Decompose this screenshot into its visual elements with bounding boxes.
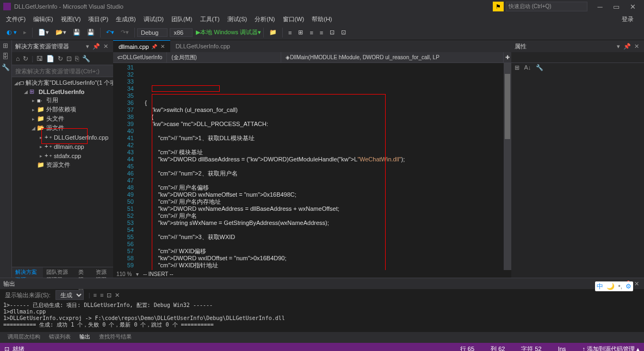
rail-server-icon[interactable]: 🗄 xyxy=(0,51,11,62)
ime-zh-icon[interactable]: 中 xyxy=(595,281,605,291)
tab-find[interactable]: 查找符号结果 xyxy=(95,332,136,343)
tab-class[interactable]: 类视图 xyxy=(75,267,92,278)
tab-errors[interactable]: 错误列表 xyxy=(45,332,75,343)
solution-root[interactable]: ◢🏷解决方案"DLLGetUserInfo"(1 个项目) xyxy=(12,78,113,87)
vertical-scrollbar[interactable] xyxy=(504,63,511,270)
file-stdafx[interactable]: ▸+﹢stdafx.cpp xyxy=(12,151,113,160)
out-tool-1[interactable]: ≡ xyxy=(92,292,98,298)
external-deps-node[interactable]: ▸📁外部依赖项 xyxy=(12,105,113,114)
rail-data-icon[interactable]: ⊞ xyxy=(0,40,11,51)
output-src-dropdown[interactable]: 生成 xyxy=(55,290,84,300)
tool-icon-2[interactable]: 📄 xyxy=(45,55,56,62)
rail-toolbox-icon[interactable]: 🔧 xyxy=(0,62,11,73)
nav-scope[interactable]: (全局范围) xyxy=(167,52,281,62)
tab-close-icon[interactable]: ✕ xyxy=(160,43,165,49)
menu-test[interactable]: 测试(S) xyxy=(224,14,251,24)
maximize-button[interactable]: ▭ xyxy=(608,1,624,12)
sync-icon[interactable]: ↻ xyxy=(21,55,30,62)
solution-search-input[interactable] xyxy=(12,65,113,77)
code-body[interactable]: { "kw">switch (ul_reason_for_call) { "kw… xyxy=(138,63,504,270)
pin-icon[interactable]: 📌 xyxy=(151,44,157,49)
zoom-level[interactable]: 110 % xyxy=(116,271,132,277)
tool-icon-3[interactable]: ↻ xyxy=(56,55,65,62)
resources-node[interactable]: 📁资源文件 xyxy=(12,160,113,170)
panel-close-icon[interactable]: ✕ xyxy=(102,43,110,50)
save-all-button[interactable]: 💾 xyxy=(85,28,97,37)
out-tool-4[interactable]: ✕ xyxy=(113,292,121,299)
tab-getuserinfo[interactable]: DLLGetUserInfo.cpp xyxy=(170,40,236,52)
props-page-icon[interactable]: 🔧 xyxy=(536,64,543,71)
tab-resource[interactable]: 资源视图 xyxy=(92,267,114,278)
props-close-icon[interactable]: ✕ xyxy=(633,43,641,50)
menu-analyze[interactable]: 分析(N) xyxy=(251,14,278,24)
props-pin-icon[interactable]: 📌 xyxy=(622,43,633,50)
menu-project[interactable]: 项目(P) xyxy=(84,14,112,24)
out-close-icon[interactable]: ✕ xyxy=(633,280,641,287)
tb-icon-6[interactable]: ⊡ xyxy=(327,28,337,37)
tb-icon-4[interactable]: ≡ xyxy=(307,28,315,37)
menu-view[interactable]: 视图(V) xyxy=(57,14,85,24)
signin-link[interactable]: 登录 xyxy=(618,14,637,24)
tb-icon-3[interactable]: ⊞ xyxy=(296,28,305,37)
props-sort-icon[interactable]: A↓ xyxy=(524,64,531,71)
notification-flag-icon[interactable]: ⚑ xyxy=(493,2,504,11)
ime-moon-icon[interactable]: 🌙 xyxy=(605,281,616,291)
tool-icon-1[interactable]: 🖫 xyxy=(35,55,45,62)
quick-launch-input[interactable]: 快速启动 (Ctrl+Q) xyxy=(506,2,587,11)
tb-icon-2[interactable]: ≡ xyxy=(286,28,294,37)
references-node[interactable]: ▸■·引用 xyxy=(12,96,113,105)
menu-window[interactable]: 窗口(W) xyxy=(279,14,308,24)
open-button[interactable]: 📂▾ xyxy=(53,28,69,37)
tab-dllmain[interactable]: dllmain.cpp📌✕ xyxy=(113,40,170,52)
close-button[interactable]: ✕ xyxy=(624,1,641,12)
ime-indicator[interactable]: 中 🌙 •, ⚙ xyxy=(595,281,633,291)
tb-icon-7[interactable]: ⊡ xyxy=(339,28,348,37)
tb-icon-5[interactable]: ≡ xyxy=(318,28,325,37)
output-body[interactable]: 1>------ 已启动生成: 项目: DLLGetUserInfo, 配置: … xyxy=(0,301,644,332)
nav-project[interactable]: 🏷 DLLGetUserInfo xyxy=(113,52,167,62)
start-debug-button[interactable]: ▶ 本地 Windows 调试器 ▾ xyxy=(196,28,261,36)
tab-output[interactable]: 输出 xyxy=(75,332,95,343)
nav-back-button[interactable]: ◐ ▾ xyxy=(4,28,19,37)
menu-team[interactable]: 团队(M) xyxy=(168,14,196,24)
tool-icon-5[interactable]: ⎘ xyxy=(73,55,81,62)
menu-debug[interactable]: 调试(D) xyxy=(140,14,168,24)
ime-gear-icon[interactable]: ⚙ xyxy=(624,281,633,291)
out-tool-3[interactable]: ⊡ xyxy=(105,292,113,299)
props-cat-icon[interactable]: ⊞ xyxy=(515,64,519,71)
code-area[interactable]: 3132333435363738394041424344454647484950… xyxy=(113,63,511,270)
panel-pin-icon[interactable]: 📌 xyxy=(91,43,102,50)
project-node[interactable]: ◢⊞DLLGetUserInfo xyxy=(12,87,113,96)
save-button[interactable]: 💾 xyxy=(71,28,83,37)
menu-file[interactable]: 文件(F) xyxy=(2,14,29,24)
out-tool-2[interactable]: ≡ xyxy=(98,292,105,298)
file-getuserinfo[interactable]: ▸+﹢DLLGetUserInfo.cpp xyxy=(12,133,113,142)
menu-edit[interactable]: 编辑(E) xyxy=(29,14,57,24)
tab-team[interactable]: 团队资源管理器 xyxy=(43,267,75,278)
nav-member[interactable]: ◈ DllMain(HMODULE hModule, DWORD ul_reas… xyxy=(281,52,504,62)
home-icon[interactable]: ⌂ xyxy=(14,55,21,62)
headers-node[interactable]: ▸📁头文件 xyxy=(12,114,113,123)
new-button[interactable]: 📄▾ xyxy=(36,28,51,37)
tab-callstack[interactable]: 调用层次结构 xyxy=(3,332,45,343)
tab-solution[interactable]: 解决方案资源... xyxy=(12,267,43,278)
tb-icon-1[interactable]: 📁 xyxy=(267,28,279,37)
platform-dropdown[interactable]: x86 xyxy=(170,28,193,37)
undo-button[interactable]: ↶▾ xyxy=(104,28,116,37)
tool-icon-6[interactable]: 🔧 xyxy=(81,55,92,62)
nav-fwd-button[interactable]: ▸ xyxy=(21,28,29,37)
menu-build[interactable]: 生成(B) xyxy=(112,14,140,24)
split-icon[interactable]: ✚ xyxy=(504,54,511,60)
sources-node[interactable]: ◢📂源文件 xyxy=(12,123,113,133)
source-control-button[interactable]: ↑ 添加到源代码管理 ▴ xyxy=(582,345,640,352)
minimize-button[interactable]: ─ xyxy=(592,1,608,12)
file-dllmain[interactable]: ▸+﹢dllmain.cpp xyxy=(12,142,113,151)
panel-dropdown-icon[interactable]: ▾ xyxy=(84,43,91,50)
config-dropdown[interactable]: Debug xyxy=(137,28,168,37)
redo-button[interactable]: ↷▾ xyxy=(119,28,131,37)
props-dropdown-icon[interactable]: ▾ xyxy=(615,43,622,50)
menu-tools[interactable]: 工具(T) xyxy=(196,14,224,24)
scrollbar-thumb[interactable] xyxy=(505,74,510,139)
menu-help[interactable]: 帮助(H) xyxy=(308,14,336,24)
tool-icon-4[interactable]: ⊡ xyxy=(65,55,73,62)
